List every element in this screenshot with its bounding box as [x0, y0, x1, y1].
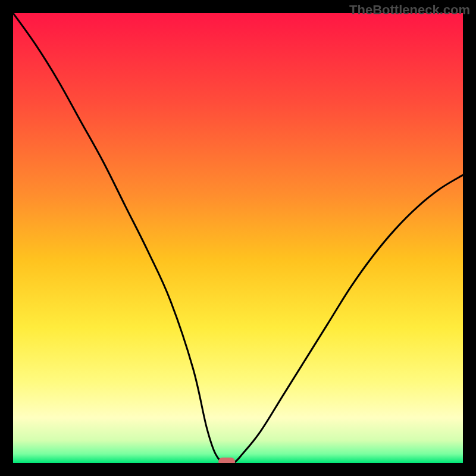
bottleneck-chart [13, 13, 463, 463]
gradient-background [13, 13, 463, 463]
optimal-marker [218, 458, 235, 463]
watermark-text: TheBottleneck.com [349, 2, 470, 18]
chart-plot-area [13, 13, 463, 463]
